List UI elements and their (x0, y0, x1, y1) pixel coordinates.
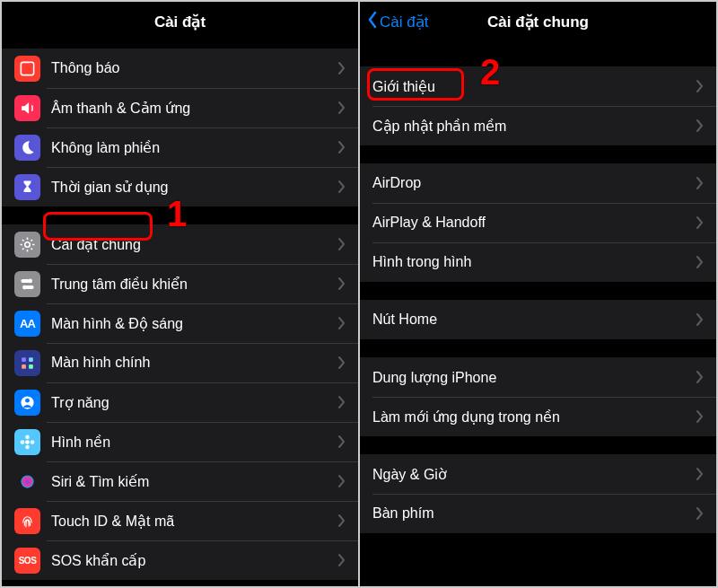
row-display[interactable]: AAMàn hình & Độ sáng (2, 303, 358, 343)
row-screentime[interactable]: Thời gian sử dụng (2, 167, 358, 206)
right-title: Cài đặt chung (487, 13, 589, 31)
general-group: Dung lượng iPhoneLàm mới ứng dụng trong … (360, 357, 716, 436)
svg-point-17 (31, 440, 35, 444)
row-notifications[interactable]: Thông báo (2, 48, 358, 88)
row-label: Màn hình chính (51, 355, 338, 371)
right-header: Cài đặt Cài đặt chung (360, 2, 716, 41)
row-label: Giới thiệu (372, 78, 696, 95)
svg-point-6 (22, 285, 27, 289)
gear-icon (14, 232, 40, 258)
row-label: Cập nhật phần mềm (372, 118, 696, 135)
settings-group: Thông báoÂm thanh & Cảm ứngKhông làm phi… (2, 48, 358, 206)
chevron-right-icon (696, 468, 704, 480)
fingerprint-icon (14, 508, 40, 534)
svg-point-4 (28, 278, 32, 283)
right-body: Giới thiệuCập nhật phần mềmAirDropAirPla… (360, 66, 716, 533)
row-wallpaper[interactable]: Hình nền (2, 422, 358, 461)
row-label: Làm mới ứng dụng trong nền (372, 408, 696, 426)
row-software[interactable]: Cập nhật phần mềm (360, 106, 716, 145)
chevron-right-icon (338, 101, 346, 114)
row-label: SOS khẩn cấp (51, 552, 338, 569)
svg-point-18 (21, 475, 33, 487)
row-pip[interactable]: Hình trong hình (360, 242, 716, 282)
svg-point-1 (29, 63, 33, 67)
row-label: Hình trong hình (372, 254, 696, 270)
svg-point-12 (25, 398, 30, 402)
chevron-right-icon (338, 238, 346, 250)
chevron-right-icon (696, 371, 704, 383)
svg-rect-8 (29, 357, 33, 362)
chevron-right-icon (338, 396, 346, 408)
settings-right-pane: Cài đặt Cài đặt chung Giới thiệuCập nhật… (360, 2, 716, 586)
chevron-right-icon (696, 80, 704, 92)
chevron-right-icon (696, 507, 704, 520)
row-label: Bàn phím (372, 505, 696, 522)
row-label: Trợ năng (51, 394, 338, 411)
row-label: Dung lượng iPhone (372, 369, 696, 386)
svg-point-14 (25, 434, 30, 439)
row-sos[interactable]: SOSSOS khẩn cấp (2, 540, 358, 580)
chevron-right-icon (696, 177, 704, 189)
chevron-right-icon (696, 313, 704, 326)
general-group: Nút Home (360, 300, 716, 339)
svg-point-13 (25, 440, 30, 444)
svg-point-16 (21, 440, 25, 444)
chevron-right-icon (338, 554, 346, 566)
row-controlcenter[interactable]: Trung tâm điều khiển (2, 264, 358, 303)
chevron-right-icon (338, 435, 346, 448)
chevron-right-icon (338, 180, 346, 193)
chevron-right-icon (696, 119, 704, 132)
settings-left-pane: Cài đặt Thông báoÂm thanh & Cảm ứngKhông… (2, 2, 358, 586)
settings-group: Cài đặt chungTrung tâm điều khiểnAAMàn h… (2, 224, 358, 580)
left-title: Cài đặt (154, 13, 206, 31)
chevron-right-icon (696, 216, 704, 229)
row-label: Thời gian sử dụng (51, 179, 338, 196)
general-group: AirDropAirPlay & HandoffHình trong hình (360, 163, 716, 282)
row-general[interactable]: Cài đặt chung (2, 224, 358, 264)
back-label: Cài đặt (380, 13, 428, 31)
moon-icon (14, 135, 40, 161)
row-label: Ngày & Giờ (372, 466, 696, 483)
row-label: Nút Home (372, 312, 696, 328)
row-keyboard[interactable]: Bàn phím (360, 494, 716, 533)
row-label: Không làm phiền (51, 139, 338, 156)
row-touchid[interactable]: Touch ID & Mật mã (2, 501, 358, 540)
sound-icon (14, 95, 40, 121)
chevron-right-icon (338, 62, 346, 75)
svg-rect-7 (22, 357, 26, 362)
row-label: Siri & Tìm kiếm (51, 473, 338, 490)
chevron-right-icon (696, 256, 704, 268)
row-label: Hình nền (51, 434, 338, 451)
row-home[interactable]: Nút Home (360, 300, 716, 339)
left-header: Cài đặt (2, 2, 358, 41)
row-about[interactable]: Giới thiệu (360, 66, 716, 106)
chevron-right-icon (338, 475, 346, 487)
row-label: AirDrop (372, 175, 696, 191)
row-airplay[interactable]: AirPlay & Handoff (360, 203, 716, 242)
svg-point-2 (25, 241, 31, 247)
sos-icon: SOS (14, 548, 40, 574)
siri-icon (14, 469, 40, 495)
row-siri[interactable]: Siri & Tìm kiếm (2, 461, 358, 501)
row-airdrop[interactable]: AirDrop (360, 163, 716, 203)
general-group: Ngày & GiờBàn phím (360, 454, 716, 533)
row-label: Âm thanh & Cảm ứng (51, 100, 338, 117)
row-label: Màn hình & Độ sáng (51, 315, 338, 332)
left-body: Thông báoÂm thanh & Cảm ứngKhông làm phi… (2, 48, 358, 580)
row-homescreen[interactable]: Màn hình chính (2, 343, 358, 382)
person-icon (14, 390, 40, 416)
chevron-right-icon (338, 277, 346, 290)
row-storage[interactable]: Dung lượng iPhone (360, 357, 716, 397)
flower-icon (14, 429, 40, 455)
chevron-left-icon (367, 11, 380, 33)
row-sounds[interactable]: Âm thanh & Cảm ứng (2, 88, 358, 127)
notification-icon (14, 56, 40, 82)
row-label: Trung tâm điều khiển (51, 276, 338, 293)
row-bgapp[interactable]: Làm mới ứng dụng trong nền (360, 397, 716, 436)
row-datetime[interactable]: Ngày & Giờ (360, 454, 716, 494)
row-dnd[interactable]: Không làm phiền (2, 127, 358, 167)
chevron-right-icon (338, 141, 346, 154)
chevron-right-icon (696, 410, 704, 423)
back-button[interactable]: Cài đặt (367, 2, 428, 41)
row-accessibility[interactable]: Trợ năng (2, 382, 358, 422)
